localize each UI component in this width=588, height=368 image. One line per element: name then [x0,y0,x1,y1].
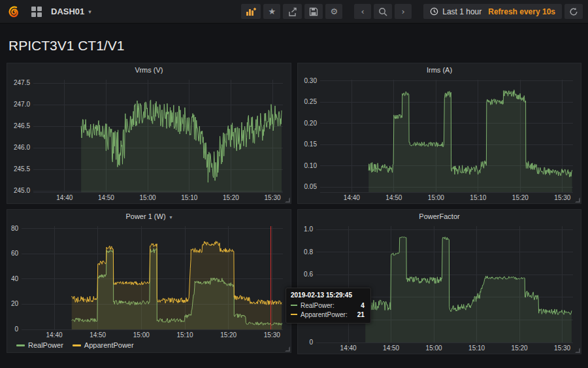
svg-text:0.20: 0.20 [304,120,318,127]
series-color-dash [291,314,297,315]
time-picker-button[interactable]: Last 1 hour Refresh every 10s [423,4,562,19]
svg-text:15:00: 15:00 [426,344,442,352]
panel-power1: Power 1 (W)▾ 14:4014:5015:0015:1015:2015… [7,209,291,353]
legend-item-apparentpower[interactable]: ApparentPower [73,341,134,349]
svg-text:245.5: 245.5 [14,165,30,173]
time-range-label: Last 1 hour [442,7,482,16]
svg-text:0.15: 0.15 [304,141,318,148]
star-icon: ★ [268,7,276,16]
svg-text:0.25: 0.25 [304,98,318,105]
svg-text:15:30: 15:30 [265,194,281,201]
grafana-logo-icon[interactable] [7,4,22,20]
svg-text:0.05: 0.05 [304,183,318,190]
gear-icon: ⚙ [330,7,338,16]
svg-text:15:20: 15:20 [512,194,529,201]
svg-text:0.6: 0.6 [304,271,313,278]
svg-text:14:40: 14:40 [340,344,357,352]
svg-text:1.0: 1.0 [304,226,313,233]
svg-text:15:20: 15:20 [512,344,528,352]
svg-text:15:10: 15:10 [176,331,193,339]
tooltip-series-label: RealPower: [301,302,335,309]
navbar: DASH01 ▾ ★ [0,0,588,24]
panel-resize-handle[interactable] [285,346,290,352]
panel-title-vrms[interactable]: Vrms (V) [7,63,291,76]
legend-color-dash [16,344,25,346]
panel-powerfactor: PowerFactor 14:4014:5015:0015:1015:2015:… [297,209,581,354]
legend-power1: RealPowerApparentPower [16,340,134,350]
tooltip-row-apparentpower: ApparentPower: 21 [291,310,365,319]
svg-text:0.8: 0.8 [304,248,313,256]
svg-text:15:30: 15:30 [554,344,570,352]
svg-text:14:50: 14:50 [383,344,399,352]
chart-area-irms[interactable]: 14:4014:5015:0015:1015:2015:300.050.100.… [299,76,580,202]
settings-button[interactable]: ⚙ [325,4,342,19]
panel-title-label: PowerFactor [419,212,459,220]
time-back-button[interactable]: ‹ [354,4,371,19]
svg-text:15:30: 15:30 [554,194,570,201]
svg-text:14:40: 14:40 [344,194,360,201]
legend-label: RealPower [28,341,63,349]
svg-text:246.0: 246.0 [14,144,30,151]
svg-text:15:10: 15:10 [468,344,485,352]
svg-text:40: 40 [11,275,19,282]
panel-irms: Irms (A) 14:4014:5015:0015:1015:2015:300… [297,63,581,204]
svg-text:0.30: 0.30 [304,77,318,84]
svg-text:0: 0 [14,326,18,333]
star-button[interactable]: ★ [263,4,280,19]
svg-text:14:50: 14:50 [90,331,106,339]
svg-text:80: 80 [11,225,19,232]
svg-text:15:00: 15:00 [133,331,150,339]
svg-text:14:50: 14:50 [385,194,402,201]
svg-text:14:40: 14:40 [46,331,62,339]
panel-title-irms[interactable]: Irms (A) [298,63,581,76]
zoom-out-button[interactable] [374,4,392,19]
chevron-right-icon: › [402,7,405,16]
panel-title-power1[interactable]: Power 1 (W)▾ [7,210,291,223]
svg-text:247.5: 247.5 [14,79,30,86]
tooltip-timestamp: 2019-02-13 15:29:45 [291,292,365,299]
tooltip-series-value: 21 [351,311,365,318]
chart-area-vrms[interactable]: 14:4014:5015:0015:1015:2015:30245.0245.5… [8,76,289,202]
share-button[interactable] [283,4,302,19]
panel-title-powerfactor[interactable]: PowerFactor [298,210,581,223]
svg-text:14:50: 14:50 [98,194,114,201]
chart-area-power1[interactable]: 14:4014:5015:0015:1015:2015:30020406080 [8,223,289,339]
svg-text:15:30: 15:30 [264,331,280,339]
svg-text:246.5: 246.5 [14,122,30,129]
dashboard-picker-icon[interactable] [31,7,42,17]
graph-tooltip: 2019-02-13 15:29:45 RealPower: 4 Apparen… [286,288,371,324]
clock-icon [430,7,438,16]
chevron-left-icon: ‹ [361,7,365,16]
svg-text:15:20: 15:20 [223,194,239,201]
grafana-dashboard: DASH01 ▾ ★ [0,0,588,368]
time-forward-button[interactable]: › [395,4,412,19]
tooltip-row-realpower: RealPower: 4 [291,301,365,310]
svg-text:14:40: 14:40 [56,194,73,201]
save-button[interactable] [304,4,323,19]
tooltip-series-value: 4 [354,302,365,309]
refresh-icon [569,7,578,16]
svg-text:15:00: 15:00 [428,194,444,201]
svg-text:15:20: 15:20 [220,331,237,339]
panel-title-label: Power 1 (W) [125,212,165,220]
legend-color-dash [73,344,81,346]
add-panel-button[interactable] [241,4,261,19]
svg-text:0.10: 0.10 [304,162,318,169]
svg-text:60: 60 [11,250,19,257]
navbar-left: DASH01 ▾ [0,4,91,20]
page-title: RPICT3V1 CT1/V1 [8,38,124,54]
svg-text:0: 0 [309,339,313,346]
panel-vrms: Vrms (V) 14:4014:5015:0015:1015:2015:302… [7,63,291,204]
series-color-dash [291,305,297,306]
panel-title-label: Vrms (V) [135,66,163,74]
legend-item-realpower[interactable]: RealPower [16,341,63,349]
refresh-interval-label: Refresh every 10s [488,7,555,16]
svg-text:20: 20 [11,300,19,307]
svg-text:245.0: 245.0 [14,187,30,194]
navbar-right: ★ ⚙ ‹ [238,4,588,19]
dashboard-title-button[interactable]: DASH01 ▾ [51,7,91,16]
panel-menu-caret-icon: ▾ [170,214,172,220]
tooltip-series-label: ApparentPower: [301,311,348,318]
panel-title-label: Irms (A) [427,66,452,74]
refresh-button[interactable] [564,4,583,19]
